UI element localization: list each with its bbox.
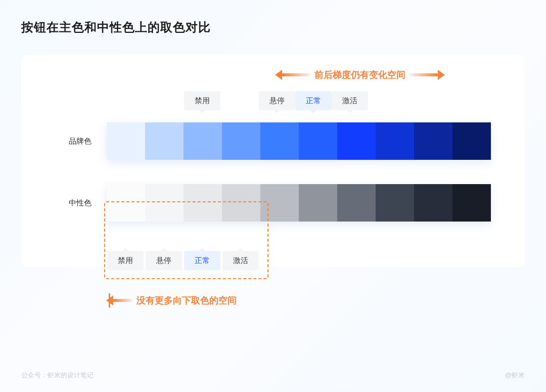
arrow-right-icon: [410, 71, 440, 78]
neutral-swatches: [107, 184, 491, 222]
brand-row-label: 品牌色: [38, 137, 107, 146]
neutral-swatch-2: [184, 184, 222, 222]
state-label-hover: 悬停: [259, 91, 295, 110]
state-labels-neutral: 禁用 悬停 正常 激活: [107, 251, 259, 270]
neutral-swatch-1: [145, 184, 184, 222]
brand-swatch-9: [452, 122, 491, 160]
neutral-swatch-5: [299, 184, 337, 222]
neutral-swatch-7: [376, 184, 414, 222]
neutral-swatch-4: [260, 184, 299, 222]
footer: 公众号：虾米的设计笔记 @虾米: [21, 371, 525, 380]
brand-swatch-0: [107, 122, 145, 160]
neutral-swatch-3: [222, 184, 260, 222]
arrow-left-icon: [280, 71, 310, 78]
neutral-swatch-6: [337, 184, 376, 222]
neutral-swatch-9: [452, 184, 491, 222]
neutral-swatch-8: [414, 184, 452, 222]
state-label-normal: 正常: [184, 251, 220, 270]
diagram-card: 前后梯度仍有变化空间 禁用 悬停 正常 激活 品牌色 中性色 禁用 悬停 正常 …: [21, 55, 525, 267]
state-label-active: 激活: [332, 91, 368, 110]
brand-swatch-1: [145, 122, 184, 160]
footer-credit-right: @虾米: [505, 371, 525, 380]
brand-swatch-3: [222, 122, 260, 160]
state-label-hover: 悬停: [146, 251, 182, 270]
brand-swatch-6: [337, 122, 376, 160]
state-label-active: 激活: [222, 251, 259, 270]
state-label-disabled: 禁用: [184, 91, 220, 110]
brand-swatch-4: [260, 122, 299, 160]
arrow-left-icon: [111, 297, 132, 304]
brand-row: 品牌色: [38, 122, 508, 160]
brand-swatches: [107, 122, 491, 160]
state-labels-brand: 禁用 悬停 正常 激活: [107, 91, 368, 110]
brand-swatch-2: [184, 122, 222, 160]
neutral-row: 中性色: [38, 184, 508, 222]
brand-swatch-8: [414, 122, 452, 160]
annotation-top-text: 前后梯度仍有变化空间: [314, 69, 405, 81]
annotation-bottom-text: 没有更多向下取色的空间: [136, 294, 237, 307]
neutral-swatch-0: [107, 184, 145, 222]
state-label-normal: 正常: [295, 91, 332, 110]
page-title: 按钮在主色和中性色上的取色对比: [21, 19, 525, 35]
brand-swatch-5: [299, 122, 337, 160]
annotation-top: 前后梯度仍有变化空间: [264, 69, 456, 81]
footer-credit-left: 公众号：虾米的设计笔记: [21, 371, 94, 380]
annotation-bottom: 没有更多向下取色的空间: [109, 293, 241, 308]
neutral-row-label: 中性色: [38, 198, 107, 208]
brand-swatch-7: [376, 122, 414, 160]
state-label-disabled: 禁用: [107, 251, 144, 270]
